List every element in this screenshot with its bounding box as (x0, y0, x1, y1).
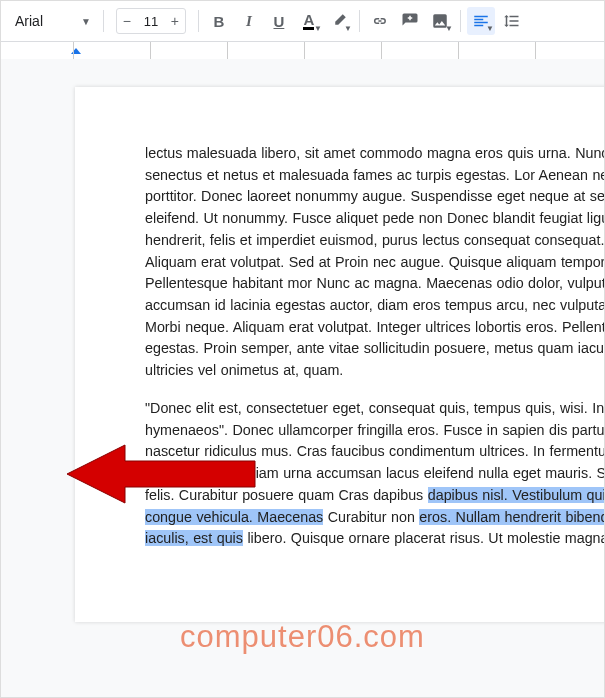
separator (198, 10, 199, 32)
chevron-down-icon: ▼ (81, 16, 91, 27)
comment-icon (401, 12, 419, 30)
align-left-button[interactable]: ▼ (467, 7, 495, 35)
link-icon (371, 12, 389, 30)
add-comment-button[interactable] (396, 7, 424, 35)
ruler-ticks (73, 42, 604, 60)
paragraph-1[interactable]: lectus malesuada libero, sit amet commod… (145, 143, 604, 382)
app-viewport: Arial ▼ − 11 + B I U A▼ ▼ ▼ ▼ (0, 0, 605, 698)
insert-link-button[interactable] (366, 7, 394, 35)
toolbar: Arial ▼ − 11 + B I U A▼ ▼ ▼ ▼ (1, 1, 604, 42)
font-size-decrease[interactable]: − (117, 9, 137, 33)
separator (359, 10, 360, 32)
document-canvas[interactable]: lectus malesuada libero, sit amet commod… (1, 59, 604, 697)
paragraph-2[interactable]: "Donec elit est, consectetuer eget, cons… (145, 398, 604, 550)
highlight-button[interactable]: ▼ (325, 7, 353, 35)
font-family-value: Arial (15, 13, 77, 29)
font-size-increase[interactable]: + (165, 9, 185, 33)
separator (103, 10, 104, 32)
bold-button[interactable]: B (205, 7, 233, 35)
italic-button[interactable]: I (235, 7, 263, 35)
text-color-button[interactable]: A▼ (295, 7, 323, 35)
insert-image-button[interactable]: ▼ (426, 7, 454, 35)
underline-button[interactable]: U (265, 7, 293, 35)
font-family-selector[interactable]: Arial ▼ (9, 7, 97, 35)
document-page[interactable]: lectus malesuada libero, sit amet commod… (75, 87, 604, 622)
line-spacing-icon (502, 12, 520, 30)
font-size-control: − 11 + (116, 8, 186, 34)
font-size-value[interactable]: 11 (137, 14, 165, 29)
line-spacing-button[interactable] (497, 7, 525, 35)
separator (460, 10, 461, 32)
